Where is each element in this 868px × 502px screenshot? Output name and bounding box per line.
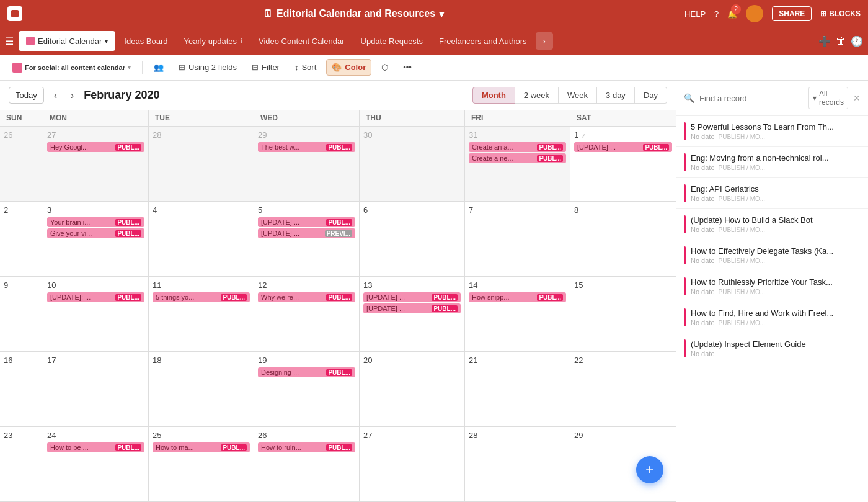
fields-item[interactable]: ⊞ Using 2 fields [174,60,242,75]
calendar-cell[interactable]: 22 [570,352,676,426]
add-record-fab[interactable]: + [636,456,663,483]
calendar-event[interactable]: [UPDATE] ...PUBL... [363,303,461,313]
view-3day-btn[interactable]: 3 day [597,87,635,104]
right-panel-item[interactable]: Eng: Moving from a non-technical rol...N… [676,147,868,178]
all-records-filter[interactable]: ▾ All records [808,87,848,109]
today-button[interactable]: Today [9,87,44,104]
calendar-event[interactable]: How to be ...PUBL... [47,442,144,452]
blocks-button[interactable]: ⊞ BLOCKS [820,9,861,18]
calendar-cell[interactable]: 21 [465,352,570,426]
calendar-cell[interactable]: 14How snipp...PUBL... [465,277,570,351]
right-panel-item[interactable]: Eng: API GeriatricsNo datePUBLISH / MO..… [676,178,868,209]
right-panel-item[interactable]: How to Ruthlessly Prioritize Your Task..… [676,271,868,302]
filter-item[interactable]: ⊟ Filter [247,60,285,75]
calendar-cell[interactable]: 13[UPDATE] ...PUBL...[UPDATE] ...PUBL... [360,277,465,351]
tab-yearly-updates[interactable]: Yearly updates ℹ [176,31,250,51]
calendar-event[interactable]: Give your vi...PUBL... [47,228,144,238]
expand-icon[interactable]: ⤢ [581,132,586,139]
history-icon[interactable]: 🕐 [851,35,863,47]
calendar-cell[interactable]: 31Create an a...PUBL...Create a ne...PUB… [465,127,570,201]
calendar-event[interactable]: [UPDATE] ...PREVI... [258,228,355,238]
search-input[interactable] [699,94,804,103]
calendar-cell[interactable]: 12Why we re...PUBL... [254,277,360,351]
tab-editorial-calendar[interactable]: Editorial Calendar ▾ [19,31,115,51]
calendar-cell[interactable]: 28 [465,427,570,501]
color-item[interactable]: 🎨 Color [326,59,371,76]
right-panel-item[interactable]: 5 Powerful Lessons To Learn From Th...No… [676,116,868,147]
calendar-cell[interactable]: 24How to be ...PUBL... [43,427,149,501]
calendar-cell[interactable]: 19Designing ...PUBL... [254,352,360,426]
prev-button[interactable]: ‹ [50,89,61,102]
calendar-cell[interactable]: 25How to ma...PUBL... [149,427,254,501]
calendar-event[interactable]: How to ma...PUBL... [153,442,250,452]
tabs-more-button[interactable]: › [536,32,553,50]
title-dropdown-arrow[interactable]: ▾ [439,8,444,20]
right-panel-item[interactable]: (Update) How to Build a Slack BotNo date… [676,209,868,240]
right-panel-item[interactable]: How to Effectively Delegate Tasks (Ka...… [676,240,868,271]
calendar-cell[interactable]: 1⤢[UPDATE] ...PUBL... [570,127,676,201]
calendar-event[interactable]: [UPDATE] ...PUBL... [258,217,355,227]
calendar-event[interactable]: The best w...PUBL... [258,142,355,152]
calendar-cell[interactable]: 2 [0,202,43,276]
tab-ideas-board[interactable]: Ideas Board [117,31,175,51]
calendar-cell[interactable]: 17 [43,352,149,426]
calendar-event[interactable]: Hey Googl...PUBL... [47,142,144,152]
people-filter-item[interactable]: 👥 [149,60,169,75]
notification-bell[interactable]: 🔔 2 [727,9,737,19]
share-button[interactable]: SHARE [772,6,812,21]
calendar-cell[interactable]: 23 [0,427,43,501]
calendar-cell[interactable]: 26 [0,127,43,201]
calendar-cell[interactable]: 8 [570,202,676,276]
tab-update-requests[interactable]: Update Requests [353,31,430,51]
more-item[interactable]: ••• [398,60,417,75]
avatar[interactable] [746,5,763,22]
view-2week-btn[interactable]: 2 week [515,87,559,104]
calendar-cell[interactable]: 16 [0,352,43,426]
calendar-event[interactable]: Create a ne...PUBL... [469,153,566,163]
calendar-cell[interactable]: 20 [360,352,465,426]
calendar-cell[interactable]: 9 [0,277,43,351]
calendar-cell[interactable]: 28 [149,127,254,201]
calendar-event[interactable]: [UPDATE]: ...PUBL... [47,292,144,302]
sort-item[interactable]: ↕ Sort [290,60,321,75]
calendar-event[interactable]: 5 things yo...PUBL... [153,292,250,302]
view-name-item[interactable]: For social: all content calendar ▾ [7,60,136,76]
calendar-event[interactable]: Designing ...PUBL... [258,367,355,377]
calendar-cell[interactable]: 15 [570,277,676,351]
calendar-cell[interactable]: 27 [360,427,465,501]
calendar-cell[interactable]: 115 things yo...PUBL... [149,277,254,351]
add-tab-icon[interactable]: ➕ [818,35,831,47]
calendar-cell[interactable]: 26How to ruin...PUBL... [254,427,360,501]
tab-freelancers[interactable]: Freelancers and Authors [432,31,534,51]
help-icon[interactable]: ? [714,9,719,19]
right-panel-item[interactable]: (Update) Inspect Element GuideNo date [676,333,868,364]
external-item[interactable]: ⬡ [376,60,393,75]
calendar-event[interactable]: Your brain i...PUBL... [47,217,144,227]
calendar-cell[interactable]: 30 [360,127,465,201]
calendar-event[interactable]: Create an a...PUBL... [469,142,566,152]
calendar-cell[interactable]: 10[UPDATE]: ...PUBL... [43,277,149,351]
help-label[interactable]: HELP [684,9,706,19]
view-day-btn[interactable]: Day [635,87,667,104]
trash-icon[interactable]: 🗑 [836,35,846,47]
calendar-event[interactable]: How to ruin...PUBL... [258,442,355,452]
calendar-event[interactable]: [UPDATE] ...PUBL... [363,292,461,302]
logo[interactable] [7,6,22,21]
calendar-cell[interactable]: 6 [360,202,465,276]
view-month-btn[interactable]: Month [472,87,515,104]
next-button[interactable]: › [67,89,78,102]
calendar-cell[interactable]: 27Hey Googl...PUBL... [43,127,149,201]
tab-dropdown-icon[interactable]: ▾ [105,38,108,45]
view-week-btn[interactable]: Week [559,87,597,104]
close-panel-button[interactable]: ✕ [853,93,861,103]
right-panel-item[interactable]: How to Find, Hire and Work with Freel...… [676,302,868,333]
calendar-cell[interactable]: 3Your brain i...PUBL...Give your vi...PU… [43,202,149,276]
calendar-event[interactable]: Why we re...PUBL... [258,292,355,302]
calendar-event[interactable]: [UPDATE] ...PUBL... [574,142,672,152]
calendar-cell[interactable]: 5[UPDATE] ...PUBL...[UPDATE] ...PREVI... [254,202,360,276]
calendar-cell[interactable]: 4 [149,202,254,276]
tab-video-content[interactable]: Video Content Calendar [251,31,352,51]
calendar-event[interactable]: How snipp...PUBL... [469,292,566,302]
calendar-cell[interactable]: 29The best w...PUBL... [254,127,360,201]
calendar-cell[interactable]: 7 [465,202,570,276]
